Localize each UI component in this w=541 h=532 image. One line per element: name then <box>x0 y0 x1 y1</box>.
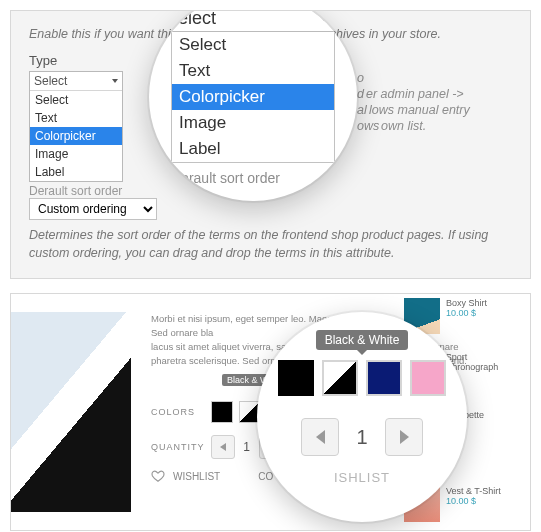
attribute-settings-panel: Enable this if you want this attribute t… <box>10 10 531 279</box>
type-select-value: Select <box>34 74 67 88</box>
type-option-label[interactable]: Label <box>30 163 122 181</box>
zoom-qty-value: 1 <box>349 426 375 449</box>
related-price-1: 10.00 $ <box>446 308 487 318</box>
related-title-1: Boxy Shirt <box>446 298 487 308</box>
zoom-qty-increase-button[interactable] <box>385 418 423 456</box>
caret-down-icon <box>320 16 328 21</box>
zoom-wishlist-trunc: ISHLIST <box>334 470 390 485</box>
related-title-4: Vest & T-Shirt <box>446 486 501 496</box>
zoom-type-select-head[interactable]: elect <box>171 10 335 32</box>
qty-value: 1 <box>241 440 253 454</box>
related-item-1[interactable]: Boxy Shirt 10.00 $ <box>404 298 522 334</box>
caret-down-icon <box>112 79 118 83</box>
related-title-2: Sport Chronograph <box>446 352 522 372</box>
sort-order-select[interactable]: Custom ordering <box>29 198 157 220</box>
zoom-qty-decrease-button[interactable] <box>301 418 339 456</box>
type-select[interactable]: Select Select Text Colorpicker Image Lab… <box>29 71 123 182</box>
quantity-label: QUANTITY <box>151 442 205 452</box>
zoom-option-colorpicker[interactable]: Colorpicker <box>172 84 334 110</box>
zoom-swatch-pink[interactable] <box>410 360 446 396</box>
type-option-text[interactable]: Text <box>30 109 122 127</box>
colors-label: COLORS <box>151 407 195 417</box>
zoom-lens-swatches: Black & White 1 ISHLIST <box>257 312 467 522</box>
product-preview-panel: Morbi et nisi ipsum, eget semper leo. Ma… <box>10 293 531 531</box>
zoom-option-select[interactable]: Select <box>172 32 334 58</box>
zoom-lens-type-dropdown: elect Select Text Colorpicker Image Labe… <box>149 10 357 201</box>
zoom-swatch-black-white[interactable] <box>322 360 358 396</box>
heart-icon <box>151 469 165 483</box>
zoom-option-image[interactable]: Image <box>172 110 334 136</box>
zoom-swatch-black[interactable] <box>278 360 314 396</box>
zoom-option-label[interactable]: Label <box>172 136 334 162</box>
bg-hint-list: own list. <box>381 117 426 136</box>
type-option-image[interactable]: Image <box>30 145 122 163</box>
sort-order-hint: Determines the sort order of the terms o… <box>29 226 512 262</box>
related-price-4: 10.00 $ <box>446 496 501 506</box>
wishlist-label[interactable]: WISHLIST <box>173 471 220 482</box>
type-option-colorpicker[interactable]: Colorpicker <box>30 127 122 145</box>
type-option-select[interactable]: Select <box>30 91 122 109</box>
swatch-black[interactable] <box>211 401 233 423</box>
zoom-swatch-navy[interactable] <box>366 360 402 396</box>
zoom-default-sort-label: Derault sort order <box>171 170 335 186</box>
zoom-option-text[interactable]: Text <box>172 58 334 84</box>
zoom-select-value-trunc: elect <box>178 10 216 29</box>
product-image <box>11 312 131 512</box>
zoom-swatch-tooltip: Black & White <box>316 330 409 350</box>
bg-hint-frag-ows: ows <box>357 117 379 136</box>
zoom-type-option-list: Select Text Colorpicker Image Label <box>171 32 335 163</box>
compare-label-trunc[interactable]: CO <box>258 471 273 482</box>
qty-decrease-button[interactable] <box>211 435 235 459</box>
